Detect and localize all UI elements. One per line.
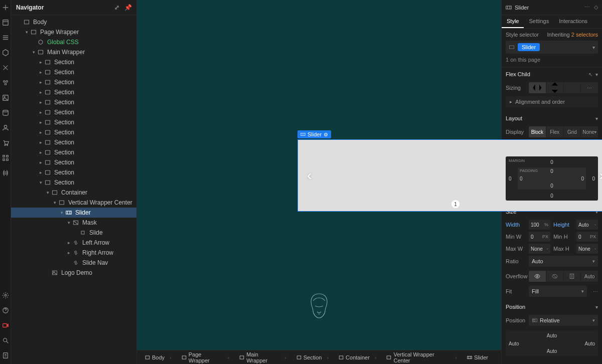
sizing-grow[interactable] xyxy=(546,82,564,93)
fit-more-icon[interactable]: ⋯ xyxy=(593,289,598,294)
inherit-info[interactable]: Inheriting 2 selectors xyxy=(547,32,598,38)
overflow-hidden[interactable] xyxy=(546,271,564,282)
chevron-icon[interactable]: ▾ xyxy=(31,50,36,55)
breadcrumb-item[interactable]: Page Wrapper xyxy=(178,350,233,365)
chevron-icon[interactable]: ▸ xyxy=(38,160,43,165)
pos-top[interactable]: Auto xyxy=(547,333,557,338)
components-icon[interactable] xyxy=(2,49,9,56)
chevron-down-icon[interactable]: ▾ xyxy=(595,304,598,310)
section-position[interactable]: Position ▾ xyxy=(502,300,602,314)
chevron-icon[interactable]: ▾ xyxy=(24,30,29,35)
padding-top[interactable]: 0 xyxy=(550,168,553,174)
tree-item[interactable]: ▸ Section xyxy=(11,57,136,67)
sizing-more[interactable]: ⋯ xyxy=(581,82,598,93)
tree-item[interactable]: ▸ Left Arrow xyxy=(11,238,136,248)
section-layout[interactable]: Layout ▾ xyxy=(502,111,602,125)
chevron-down-icon[interactable]: ▾ xyxy=(592,45,595,50)
position-select[interactable]: Relative▾ xyxy=(529,315,598,326)
padding-right[interactable]: 0 xyxy=(581,176,584,181)
chevron-icon[interactable]: ▸ xyxy=(38,80,43,85)
display-none[interactable]: None ▾ xyxy=(581,126,598,137)
selection-tag[interactable]: Slider ⚙ xyxy=(297,130,331,138)
section-flex-child[interactable]: Flex Child ↖ ▾ xyxy=(502,67,602,81)
chevron-icon[interactable]: ▾ xyxy=(45,190,50,195)
tree-item[interactable]: ▾ Main Wrapper xyxy=(11,47,136,57)
more-icon[interactable]: ⋯ xyxy=(584,4,590,11)
tree-item[interactable]: Logo Demo xyxy=(11,268,136,278)
tree-item[interactable]: ▾ Section xyxy=(11,177,136,188)
styleguide-icon[interactable] xyxy=(2,79,9,86)
position-offsets[interactable]: Auto Auto Auto Auto xyxy=(506,331,598,356)
selector-chip[interactable]: Slider xyxy=(518,43,540,51)
breadcrumb-item[interactable]: Section xyxy=(292,353,333,361)
chevron-icon[interactable]: ▸ xyxy=(38,170,43,175)
minh-input[interactable]: PX xyxy=(576,232,598,242)
margin-bottom[interactable]: 0 xyxy=(550,193,553,199)
breadcrumb-item[interactable]: Main Wrapper xyxy=(235,350,290,365)
collapse-icon[interactable]: ⤢ xyxy=(113,4,120,11)
alignment-order-row[interactable]: ▸Alignment and order xyxy=(506,96,598,107)
chevron-down-icon[interactable]: ▾ xyxy=(595,116,598,121)
add-icon[interactable] xyxy=(2,4,9,11)
pos-right[interactable]: Auto xyxy=(584,341,595,346)
tree-item[interactable]: ▾ Mask xyxy=(11,218,136,228)
cms-icon[interactable] xyxy=(2,109,9,116)
chevron-icon[interactable]: ▸ xyxy=(38,90,43,95)
sizing-none[interactable] xyxy=(564,82,581,93)
tree-item[interactable]: ▸ Section xyxy=(11,157,136,167)
chevron-down-icon[interactable]: ▾ xyxy=(595,72,598,77)
margin-right[interactable]: 0 xyxy=(592,176,595,181)
chevron-icon[interactable]: ▸ xyxy=(66,240,71,245)
chevron-icon[interactable]: ▸ xyxy=(38,150,43,155)
assets-icon[interactable] xyxy=(2,94,9,101)
tab-style[interactable]: Style xyxy=(502,15,524,28)
breadcrumb-item[interactable]: Body xyxy=(141,353,176,361)
tree-item[interactable]: ▾ Vertical Wrapper Center xyxy=(11,198,136,208)
slider-right-arrow[interactable]: › xyxy=(599,167,602,184)
slider-nav-dot[interactable]: 1 xyxy=(452,200,460,208)
users-icon[interactable] xyxy=(2,124,9,131)
chevron-icon[interactable]: ▸ xyxy=(38,140,43,145)
sizing-shrink[interactable] xyxy=(529,82,546,93)
chevron-icon[interactable]: ▸ xyxy=(38,110,43,115)
padding-box[interactable]: PADDING 0 0 0 0 xyxy=(518,167,586,190)
tree-item[interactable]: ▸ Section xyxy=(11,107,136,117)
chevron-icon[interactable]: ▸ xyxy=(38,60,43,65)
pages-icon[interactable] xyxy=(2,19,9,26)
navigator-tree[interactable]: Body ▾ Page Wrapper Global CSS ▾ Main Wr… xyxy=(11,15,136,364)
ratio-select[interactable]: Auto▾ xyxy=(529,256,598,267)
focus-icon[interactable]: ◇ xyxy=(594,4,598,11)
breadcrumb-item[interactable]: Vertical Wrapper Center xyxy=(382,350,461,365)
apps-icon[interactable] xyxy=(2,154,9,161)
chevron-icon[interactable]: ▸ xyxy=(38,100,43,105)
chevron-icon[interactable]: ▾ xyxy=(52,200,57,205)
height-input[interactable]: - xyxy=(576,220,598,230)
selector-input[interactable]: Slider ▾ xyxy=(506,41,598,54)
tree-item[interactable]: Slide Nav xyxy=(11,258,136,268)
tree-item[interactable]: ▸ Section xyxy=(11,137,136,147)
tree-item[interactable]: ▸ Section xyxy=(11,127,136,137)
layers-icon[interactable] xyxy=(2,34,9,41)
tree-item[interactable]: ▾ Container xyxy=(11,188,136,198)
ecommerce-icon[interactable] xyxy=(2,139,9,146)
tab-settings[interactable]: Settings xyxy=(524,15,554,28)
audit-icon[interactable] xyxy=(2,352,9,359)
chevron-icon[interactable]: ▾ xyxy=(66,220,71,225)
tree-item[interactable]: ▾ Slider xyxy=(11,208,136,218)
pos-left[interactable]: Auto xyxy=(509,341,519,346)
fit-select[interactable]: Fill▾ xyxy=(529,286,587,297)
margin-top[interactable]: 0 xyxy=(550,159,553,165)
pin-icon[interactable]: 📌 xyxy=(124,4,131,11)
tree-item[interactable]: Body xyxy=(11,17,136,27)
chevron-icon[interactable]: ▾ xyxy=(59,210,64,215)
overflow-visible[interactable] xyxy=(529,271,546,282)
canvas[interactable]: Slider ⚙ ‹ › 1 xyxy=(137,0,501,350)
search-icon[interactable] xyxy=(2,337,9,344)
overflow-auto[interactable]: Auto xyxy=(581,271,598,282)
tree-item[interactable]: ▸ Section xyxy=(11,97,136,107)
display-block[interactable]: Block xyxy=(529,126,546,137)
tree-item[interactable]: ▸ Section xyxy=(11,77,136,87)
padding-left[interactable]: 0 xyxy=(520,176,523,181)
breadcrumb-item[interactable]: Container xyxy=(335,353,380,361)
chevron-icon[interactable]: ▸ xyxy=(38,70,43,75)
